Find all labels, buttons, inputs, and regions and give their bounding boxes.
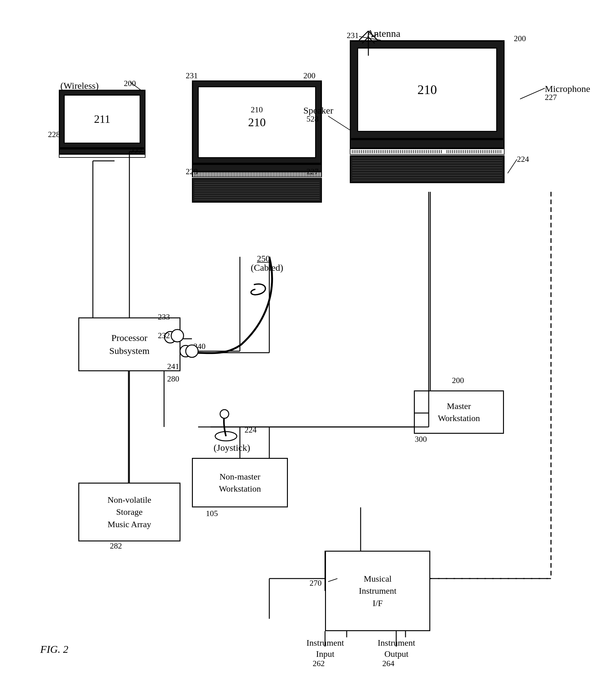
screen-label-center: 210 bbox=[248, 115, 266, 129]
ref-210-center: 210 bbox=[251, 105, 263, 114]
musical-instrument-box: MusicalInstrumentI/F bbox=[325, 551, 430, 631]
ref-227-center: 227 bbox=[306, 167, 318, 176]
musical-instrument-label: MusicalInstrumentI/F bbox=[359, 573, 396, 609]
ref-200-master: 200 bbox=[452, 376, 464, 385]
fig-label: FIG. 2 bbox=[40, 643, 68, 655]
instrument-input-label: InstrumentInput bbox=[306, 637, 344, 660]
ref-264: 264 bbox=[382, 659, 394, 668]
antenna-label: Antenna bbox=[367, 28, 400, 39]
joystick-label: (Joystick) bbox=[214, 442, 250, 453]
joystick-shape bbox=[210, 405, 242, 444]
speaker-label: Speaker bbox=[303, 105, 333, 116]
screen-label-top-right: 210 bbox=[418, 82, 437, 97]
ref-105: 105 bbox=[206, 509, 218, 518]
top-right-computer: 210 bbox=[350, 40, 505, 183]
svg-line-27 bbox=[520, 88, 545, 99]
ref-240: 240 bbox=[194, 342, 206, 351]
processor-subsystem-box: ProcessorSubsystem bbox=[78, 318, 181, 371]
ref-282: 282 bbox=[110, 542, 122, 551]
joystick-svg bbox=[210, 405, 242, 442]
ref-200-center: 200 bbox=[303, 71, 315, 80]
diagram: 210 210 bbox=[0, 0, 616, 676]
connector-240 bbox=[179, 345, 192, 357]
processor-subsystem-label: ProcessorSubsystem bbox=[109, 331, 150, 357]
ref-300: 300 bbox=[415, 435, 427, 444]
ref-microphone-227: 227 bbox=[545, 93, 557, 102]
ref-270: 270 bbox=[310, 578, 322, 588]
ref-231-center: 231 bbox=[186, 71, 198, 80]
screen-label-wireless: 211 bbox=[94, 113, 110, 126]
wireless-label: (Wireless) bbox=[60, 80, 99, 91]
ref-228-center: 228 bbox=[186, 167, 198, 176]
master-workstation-box: MasterWorkstation bbox=[414, 390, 504, 434]
instrument-output-label: InstrumentOutput bbox=[378, 637, 415, 660]
non-volatile-label: Non-volatileStorageMusic Array bbox=[107, 494, 151, 530]
ref-232: 232 bbox=[158, 331, 170, 340]
ref-262: 262 bbox=[313, 659, 325, 668]
ref-200-wireless: 200 bbox=[124, 79, 136, 88]
ref-200-topright: 200 bbox=[514, 34, 526, 43]
ref-231-1: 231 bbox=[347, 31, 359, 40]
cabled-label: (Cabled) bbox=[251, 262, 283, 273]
microphone-label: Microphone bbox=[545, 83, 590, 94]
ref-224-1: 224 bbox=[517, 155, 529, 164]
ref-224-joystick: 224 bbox=[245, 426, 257, 435]
master-workstation-label: MasterWorkstation bbox=[438, 400, 480, 424]
non-volatile-box: Non-volatileStorageMusic Array bbox=[78, 483, 181, 542]
ref-241: 241 bbox=[167, 362, 179, 371]
ref-528: 528 bbox=[306, 114, 318, 124]
ref-280: 280 bbox=[167, 374, 179, 384]
svg-line-29 bbox=[508, 159, 517, 173]
ref-227-wireless: 227 bbox=[130, 147, 142, 156]
svg-point-18 bbox=[220, 410, 229, 418]
non-master-workstation-box: Non-masterWorkstation bbox=[192, 458, 288, 507]
ref-228-wireless: 228 bbox=[48, 130, 60, 139]
svg-line-26 bbox=[328, 116, 350, 130]
ref-233: 233 bbox=[158, 313, 170, 322]
non-master-label: Non-masterWorkstation bbox=[219, 470, 261, 495]
cabled-computer: 210 bbox=[192, 80, 322, 203]
